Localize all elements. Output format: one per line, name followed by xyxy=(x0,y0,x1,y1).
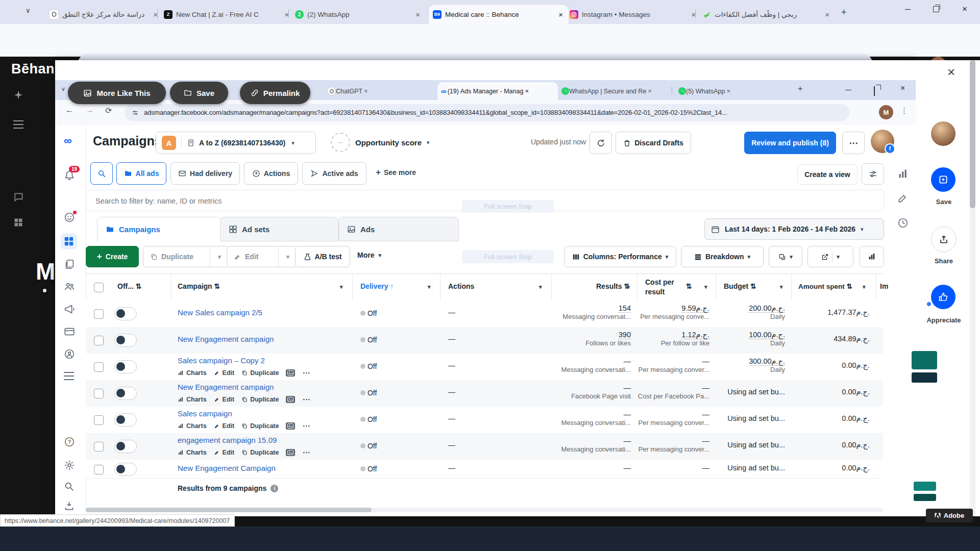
select-all-checkbox[interactable] xyxy=(94,283,104,292)
col-results[interactable]: Results ⇅ xyxy=(596,282,630,290)
campaign-toggle[interactable] xyxy=(114,463,137,476)
cost-filter-caret[interactable]: ▾ xyxy=(704,284,707,290)
preview-image-icon[interactable] xyxy=(286,449,295,456)
appreciate-action-button[interactable] xyxy=(931,285,955,309)
lightbox-close-icon[interactable]: × xyxy=(947,64,955,80)
preview-image-icon[interactable] xyxy=(286,422,295,430)
browser-tab-behance-active[interactable]: Bē Medical care :: Behance × xyxy=(429,5,569,24)
behance-logo[interactable]: Bēhan xyxy=(11,61,55,77)
row-hover-actions[interactable]: Charts Edit Duplicate ⋯ xyxy=(178,395,310,404)
delivery-filter-caret[interactable]: ▾ xyxy=(428,284,431,290)
tab-close-icon[interactable]: × xyxy=(557,11,565,18)
campaign-filter-caret[interactable]: ▾ xyxy=(340,284,343,290)
row-more-icon[interactable]: ⋯ xyxy=(302,421,310,431)
row-checkbox[interactable] xyxy=(94,362,104,372)
campaign-link[interactable]: New Engagement campaign xyxy=(178,335,274,343)
results-value[interactable]: 154 xyxy=(619,304,631,313)
permalink-button[interactable]: Permalink xyxy=(240,82,310,104)
campaign-link[interactable]: Sales campaign – Copy 2 xyxy=(178,356,265,365)
col-campaign[interactable]: Campaign ⇅ xyxy=(178,282,220,290)
table-row[interactable]: New Engagement campaign Charts Edit Dupl… xyxy=(86,380,883,407)
share-action-button[interactable] xyxy=(931,227,957,252)
save-action-button[interactable] xyxy=(931,167,955,192)
tab-close-icon[interactable]: × xyxy=(414,11,422,18)
row-more-icon[interactable]: ⋯ xyxy=(302,368,310,378)
table-row[interactable]: engagement campaign 15.09 Charts Edit Du… xyxy=(86,433,883,460)
campaign-link[interactable]: New Engagement campaign xyxy=(178,383,274,391)
campaign-toggle[interactable] xyxy=(114,360,137,373)
col-cost-per-result[interactable]: Cost perresult xyxy=(645,278,674,297)
row-checkbox[interactable] xyxy=(94,389,104,398)
search-filter-button xyxy=(90,162,113,185)
row-more-icon[interactable]: ⋯ xyxy=(302,395,310,404)
campaign-toggle[interactable] xyxy=(114,440,137,453)
save-project-button[interactable]: Save xyxy=(170,82,228,104)
inner-minimize-icon xyxy=(845,90,851,90)
col-delivery[interactable]: Delivery ↑ xyxy=(360,282,394,290)
cost-value[interactable]: 1.12ج.م. xyxy=(681,331,709,339)
table-row[interactable]: Sales campaign – Copy 2 Charts Edit Dupl… xyxy=(86,354,883,381)
col-amount-spent[interactable]: Amount spent ⇅ xyxy=(798,282,852,290)
col-off[interactable]: Off... ⇅ xyxy=(117,282,142,290)
tab-close-icon[interactable]: × xyxy=(152,11,159,18)
new-tab-button[interactable]: + xyxy=(841,7,847,18)
results-filter-caret[interactable]: ▾ xyxy=(627,284,630,290)
campaign-toggle[interactable] xyxy=(114,413,137,427)
budget-value[interactable]: 200.00ج.م. xyxy=(749,304,785,313)
info-icon[interactable]: i xyxy=(271,485,278,492)
row-more-icon[interactable]: ⋯ xyxy=(302,448,310,457)
menu-icon[interactable] xyxy=(13,120,23,129)
campaign-toggle[interactable] xyxy=(114,387,137,400)
tab-close-icon[interactable]: × xyxy=(690,11,697,18)
page-scrollbar[interactable] xyxy=(970,60,975,516)
table-row[interactable]: New Engagement campaign Off — 390Follows… xyxy=(86,327,883,354)
tab-search-chevron-icon[interactable]: ∨ xyxy=(26,7,31,14)
actions-filter-caret[interactable]: ▾ xyxy=(539,284,542,290)
row-checkbox[interactable] xyxy=(94,336,104,345)
row-hover-actions[interactable]: Charts Edit Duplicate ⋯ xyxy=(178,421,310,431)
amount-filter-caret[interactable]: ▾ xyxy=(863,284,866,290)
row-checkbox[interactable] xyxy=(94,415,104,425)
row-checkbox[interactable] xyxy=(94,465,104,474)
row-hover-actions[interactable]: Charts Edit Duplicate ⋯ xyxy=(178,368,310,378)
campaign-toggle[interactable] xyxy=(114,307,137,320)
campaign-link[interactable]: engagement campaign 15.09 xyxy=(178,436,277,444)
preview-image-icon[interactable] xyxy=(286,396,295,403)
browser-tab-chatgpt-arabic[interactable]: دراسة حالة مركز علاج النطق × xyxy=(45,5,163,24)
budget-filter-caret[interactable]: ▾ xyxy=(780,284,783,290)
row-checkbox[interactable] xyxy=(94,309,104,319)
user-avatar: f xyxy=(871,130,894,153)
campaign-link[interactable]: Sales campaign xyxy=(178,409,232,418)
window-close-button[interactable]: × xyxy=(951,0,978,18)
browser-tab-instagram[interactable]: Instagram • Messages × xyxy=(566,5,701,24)
window-minimize-button[interactable] xyxy=(894,0,921,18)
campaign-link[interactable]: New Engagement Campaign xyxy=(178,464,276,472)
comment-icon[interactable] xyxy=(13,192,23,202)
budget-value[interactable]: 300.00ج.م. xyxy=(749,357,785,366)
budget-value[interactable]: 100.00ج.م. xyxy=(749,331,785,339)
table-row[interactable]: New Sales campaign 2/5 Off — 154Messagin… xyxy=(86,300,883,328)
table-row[interactable]: New Engagement Campaign Off — — — Using … xyxy=(86,460,883,479)
campaign-toggle[interactable] xyxy=(114,334,137,347)
results-value[interactable]: 390 xyxy=(619,331,631,339)
row-checkbox[interactable] xyxy=(94,442,104,452)
tab-close-icon[interactable]: × xyxy=(823,11,831,18)
browser-tab-whatsapp[interactable]: 2 (2) WhatsApp × xyxy=(291,5,426,24)
tab-close-icon[interactable]: × xyxy=(283,11,290,18)
col-budget[interactable]: Budget ⇅ xyxy=(724,282,756,290)
window-restore-button[interactable] xyxy=(923,0,949,18)
more-button: More▾ xyxy=(357,251,381,259)
cost-value[interactable]: 9.59ج.م. xyxy=(681,304,709,313)
table-row[interactable]: Sales campaign Charts Edit Duplicate ⋯ O… xyxy=(86,407,883,434)
horizontal-scrollbar[interactable] xyxy=(86,508,883,512)
col-actions[interactable]: Actions xyxy=(448,282,474,290)
campaign-link[interactable]: New Sales campaign 2/5 xyxy=(178,308,262,317)
preview-image-icon[interactable] xyxy=(286,369,295,377)
row-hover-actions[interactable]: Charts Edit Duplicate ⋯ xyxy=(178,448,310,457)
sparkle-icon[interactable] xyxy=(13,90,23,100)
grid-icon[interactable] xyxy=(13,217,23,228)
more-like-this-button[interactable]: More Like This xyxy=(68,82,166,104)
owner-avatar[interactable] xyxy=(931,121,955,146)
browser-tab-zai[interactable]: Z New Chat | Z.ai - Free AI C × xyxy=(160,5,295,24)
browser-tab-arabic-jobs[interactable]: ربحي | وظّف أفضل الكفاءات × xyxy=(698,5,835,24)
